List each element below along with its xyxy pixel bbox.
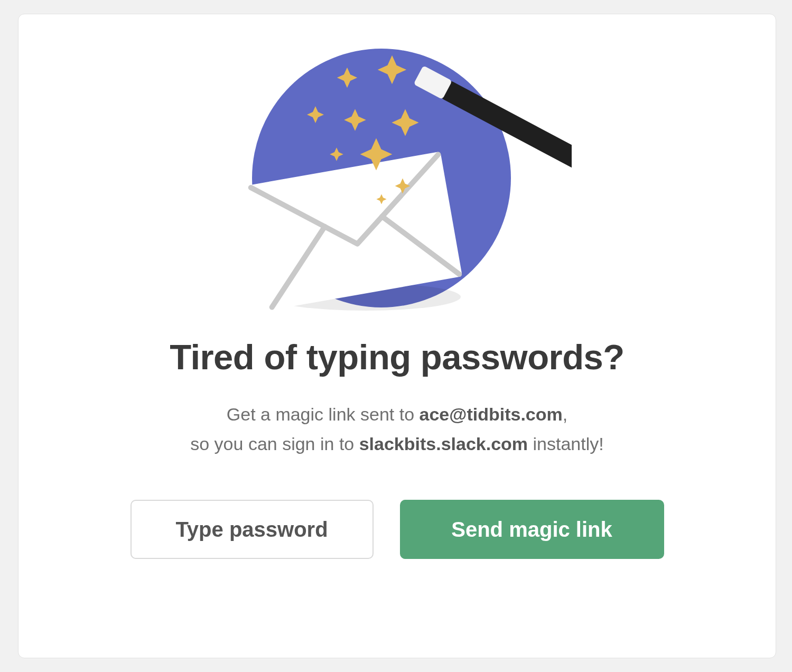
subtitle: Get a magic link sent to ace@tidbits.com… [190,399,603,459]
button-row: Type password Send magic link [131,500,664,559]
subtitle-workspace: slackbits.slack.com [359,434,528,454]
subtitle-line2-prefix: so you can sign in to [190,434,359,454]
subtitle-email: ace@tidbits.com [420,404,563,424]
subtitle-line1-prefix: Get a magic link sent to [227,404,420,424]
magic-link-illustration [260,46,535,321]
send-magic-link-button[interactable]: Send magic link [400,500,664,559]
subtitle-line2-suffix: instantly! [528,434,604,454]
headline: Tired of typing passwords? [170,337,625,377]
type-password-button[interactable]: Type password [131,500,374,559]
magic-wand-envelope-icon [223,41,572,326]
subtitle-line1-suffix: , [563,404,567,424]
magic-link-card: Tired of typing passwords? Get a magic l… [18,14,776,658]
